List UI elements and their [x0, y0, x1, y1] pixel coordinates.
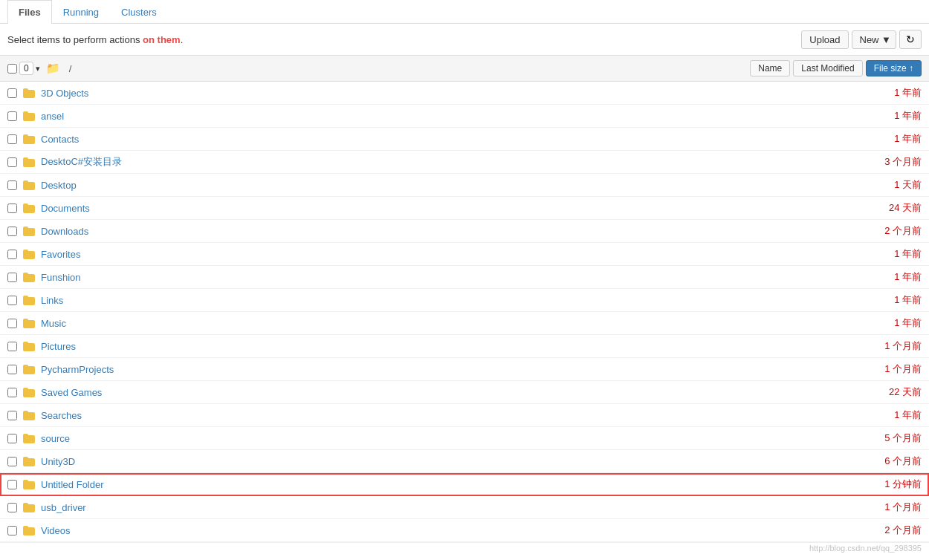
- file-name-link[interactable]: ansel: [41, 111, 856, 122]
- file-name-link[interactable]: Saved Games: [41, 387, 856, 398]
- row-checkbox[interactable]: [7, 526, 17, 535]
- file-name-link[interactable]: Videos: [41, 525, 856, 536]
- table-row: PycharmProjects 1 个月前: [0, 358, 929, 381]
- folder-icon: [23, 388, 35, 397]
- sort-size-button[interactable]: File size ↑: [866, 60, 922, 76]
- file-modified: 1 年前: [862, 270, 922, 284]
- file-modified: 1 天前: [862, 178, 922, 192]
- row-checkbox[interactable]: [7, 273, 17, 282]
- row-checkbox[interactable]: [7, 111, 17, 121]
- file-name-link[interactable]: Searches: [41, 410, 856, 421]
- row-checkbox[interactable]: [7, 434, 17, 443]
- folder-icon: [23, 365, 35, 374]
- table-row: usb_driver 1 个月前: [0, 496, 929, 519]
- folder-icon: [23, 180, 35, 190]
- table-row: ansel 1 年前: [0, 105, 929, 128]
- folder-icon: [23, 342, 35, 351]
- file-name-link[interactable]: DesktoC#安装目录: [41, 155, 856, 169]
- file-name-link[interactable]: Untitled Folder: [41, 479, 856, 490]
- file-name-link[interactable]: 3D Objects: [41, 88, 856, 99]
- folder-icon: [23, 411, 35, 420]
- folder-icon: [23, 204, 35, 213]
- tab-files[interactable]: Files: [7, 0, 52, 24]
- check-all-area: 0 ▾: [7, 62, 40, 75]
- file-name-link[interactable]: Downloads: [41, 226, 856, 237]
- folder-icon: [23, 250, 35, 259]
- row-checkbox[interactable]: [7, 204, 17, 213]
- new-button[interactable]: New ▼: [852, 30, 897, 49]
- row-checkbox[interactable]: [7, 365, 17, 374]
- table-row: Saved Games 22 天前: [0, 381, 929, 404]
- file-modified: 6 个月前: [862, 455, 922, 468]
- refresh-button[interactable]: ↻: [899, 30, 922, 49]
- folder-icon: [23, 227, 35, 236]
- row-checkbox[interactable]: [7, 88, 17, 98]
- select-all-checkbox[interactable]: [7, 64, 17, 74]
- selected-count: 0: [19, 62, 33, 75]
- file-modified: 1 年前: [862, 293, 922, 307]
- dropdown-arrow[interactable]: ▾: [36, 64, 40, 74]
- tab-clusters[interactable]: Clusters: [110, 0, 168, 24]
- table-row: Desktop 1 天前: [0, 174, 929, 197]
- row-checkbox[interactable]: [7, 480, 17, 489]
- table-row: Links 1 年前: [0, 289, 929, 312]
- file-modified: 1 年前: [862, 316, 922, 330]
- file-modified: 22 天前: [862, 385, 922, 399]
- table-row: DesktoC#安装目录 3 个月前: [0, 151, 929, 174]
- toolbar-actions: Upload New ▼ ↻: [801, 30, 922, 49]
- row-checkbox[interactable]: [7, 503, 17, 512]
- file-name-link[interactable]: Funshion: [41, 272, 856, 283]
- file-name-link[interactable]: source: [41, 433, 856, 444]
- table-row: Downloads 2 个月前: [0, 220, 929, 243]
- row-checkbox[interactable]: [7, 411, 17, 420]
- file-modified: 1 年前: [862, 109, 922, 123]
- file-modified: 1 分钟前: [862, 478, 922, 491]
- file-name-link[interactable]: Documents: [41, 203, 856, 214]
- table-row: Contacts 1 年前: [0, 128, 929, 151]
- folder-icon: [23, 319, 35, 328]
- breadcrumb-path: /: [69, 63, 72, 74]
- file-modified: 2 个月前: [862, 224, 922, 238]
- file-name-link[interactable]: Links: [41, 295, 856, 306]
- table-row: Videos 2 个月前: [0, 519, 929, 542]
- file-list: 3D Objects 1 年前 ansel 1 年前 Contacts 1 年前…: [0, 82, 929, 543]
- file-name-link[interactable]: usb_driver: [41, 502, 856, 513]
- folder-icon: [23, 296, 35, 305]
- file-modified: 1 年前: [862, 132, 922, 146]
- file-name-link[interactable]: Contacts: [41, 134, 856, 145]
- row-checkbox[interactable]: [7, 157, 17, 167]
- row-checkbox[interactable]: [7, 296, 17, 305]
- file-modified: 2 个月前: [862, 524, 922, 537]
- upload-button[interactable]: Upload: [801, 30, 848, 49]
- row-checkbox[interactable]: [7, 342, 17, 351]
- tab-running[interactable]: Running: [52, 0, 110, 24]
- folder-icon: [23, 480, 35, 489]
- sort-modified-button[interactable]: Last Modified: [793, 60, 862, 76]
- file-modified: 1 个月前: [862, 501, 922, 514]
- row-checkbox[interactable]: [7, 319, 17, 328]
- file-name-link[interactable]: Desktop: [41, 180, 856, 191]
- table-row: Unity3D 6 个月前: [0, 450, 929, 473]
- folder-icon: [23, 503, 35, 512]
- file-modified: 3 个月前: [862, 155, 922, 169]
- row-checkbox[interactable]: [7, 457, 17, 466]
- table-row: Documents 24 天前: [0, 197, 929, 220]
- file-list-header: 0 ▾ 📁 / Name Last Modified File size ↑: [0, 55, 929, 82]
- sort-name-button[interactable]: Name: [750, 60, 790, 76]
- table-row: Searches 1 年前: [0, 404, 929, 427]
- file-name-link[interactable]: Favorites: [41, 249, 856, 260]
- folder-icon: [23, 434, 35, 443]
- row-checkbox[interactable]: [7, 134, 17, 144]
- table-row: Funshion 1 年前: [0, 266, 929, 289]
- file-modified: 1 个月前: [862, 362, 922, 376]
- row-checkbox[interactable]: [7, 388, 17, 397]
- file-name-link[interactable]: Pictures: [41, 341, 856, 352]
- folder-icon: [23, 134, 35, 144]
- row-checkbox[interactable]: [7, 227, 17, 236]
- row-checkbox[interactable]: [7, 250, 17, 259]
- file-name-link[interactable]: Music: [41, 318, 856, 329]
- file-name-link[interactable]: Unity3D: [41, 456, 856, 467]
- table-row: 3D Objects 1 年前: [0, 82, 929, 105]
- row-checkbox[interactable]: [7, 180, 17, 190]
- file-name-link[interactable]: PycharmProjects: [41, 364, 856, 375]
